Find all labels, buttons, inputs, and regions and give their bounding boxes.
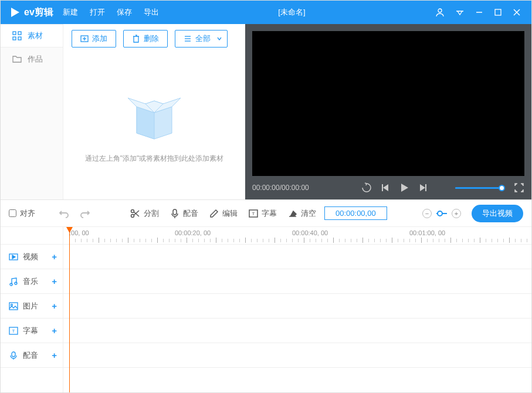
folder-icon [12, 55, 22, 64]
app-logo: ev剪辑 [1, 6, 63, 19]
menu-save[interactable]: 保存 [117, 7, 132, 18]
svg-text:T: T [12, 328, 15, 334]
chevron-down-icon [216, 36, 222, 42]
timeline-ruler[interactable]: :00, 0000:00:20, 0000:00:40, 0000:01:00,… [63, 227, 531, 245]
maximize-button[interactable] [494, 8, 502, 16]
svg-marker-21 [383, 184, 388, 191]
volume-slider[interactable] [455, 187, 502, 189]
empty-box-illustration [119, 83, 189, 142]
redo-button[interactable] [77, 206, 93, 221]
menu-export[interactable]: 导出 [144, 7, 159, 18]
track-music[interactable]: 音乐 + [1, 269, 63, 294]
zoom-controls: − + [422, 209, 461, 218]
add-button[interactable]: 添加 [72, 30, 116, 48]
svg-point-34 [438, 211, 442, 216]
add-video-track[interactable]: + [52, 252, 57, 262]
svg-rect-25 [425, 184, 426, 191]
filter-all-dropdown[interactable]: 全部 [175, 30, 228, 48]
svg-rect-7 [18, 32, 21, 35]
svg-rect-9 [18, 37, 21, 40]
svg-marker-36 [12, 255, 15, 259]
edit-toolbar: 对齐 分割 配音 编辑 T字幕 清空 00:00:00,00 − + 导出视频 [1, 200, 531, 227]
track-image[interactable]: 图片 + [1, 294, 63, 319]
zoom-out-button[interactable]: − [422, 209, 432, 218]
grid-icon [12, 31, 22, 40]
svg-rect-8 [13, 37, 16, 40]
svg-rect-39 [9, 303, 18, 310]
main-menu: 新建 打开 保存 导出 [63, 7, 159, 18]
track-subtitle[interactable]: T字幕 + [1, 319, 63, 343]
titlebar: ev剪辑 新建 打开 保存 导出 [未命名] [1, 1, 531, 24]
edit-button[interactable]: 编辑 [206, 206, 240, 221]
play-logo-icon [10, 7, 21, 18]
close-button[interactable] [513, 8, 521, 16]
voice-button[interactable]: 配音 [167, 206, 201, 221]
minimize-button[interactable] [475, 8, 483, 16]
preview-video-area[interactable] [252, 31, 524, 176]
svg-rect-30 [173, 209, 177, 215]
sidebar-tab-material[interactable]: 素材 [1, 24, 63, 48]
add-music-track[interactable]: + [52, 276, 57, 286]
svg-rect-3 [495, 9, 501, 15]
undo-button[interactable] [56, 206, 72, 221]
preview-time: 00:00:00/00:00:00 [252, 184, 309, 192]
menu-open[interactable]: 打开 [90, 7, 105, 18]
play-button[interactable] [399, 182, 409, 193]
document-title: [未命名] [159, 7, 425, 18]
svg-point-38 [15, 282, 17, 284]
svg-marker-0 [11, 8, 19, 17]
track-area[interactable]: :00, 0000:00:20, 0000:00:40, 0000:01:00,… [63, 227, 531, 393]
export-video-button[interactable]: 导出视频 [472, 205, 523, 222]
svg-marker-23 [401, 184, 408, 192]
zoom-slider-icon[interactable] [436, 210, 447, 217]
svg-rect-43 [12, 352, 15, 357]
svg-text:T: T [252, 211, 255, 216]
zoom-in-button[interactable]: + [452, 209, 461, 218]
svg-point-1 [438, 9, 442, 12]
sidebar-tab-works[interactable]: 作品 [1, 48, 63, 71]
timecode-display[interactable]: 00:00:00,00 [324, 206, 387, 220]
clear-button[interactable]: 清空 [285, 206, 318, 221]
user-icon[interactable] [435, 8, 445, 17]
pin-icon[interactable] [455, 8, 465, 17]
material-panel: 添加 删除 全部 通过左上角"添加"或 [63, 24, 245, 199]
playhead[interactable] [69, 227, 70, 393]
svg-rect-22 [382, 184, 383, 191]
timeline: 视频 + 音乐 + 图片 + T字幕 + 配音 + :00, 0000:00:2… [1, 227, 531, 393]
svg-point-37 [10, 283, 12, 286]
align-checkbox[interactable]: 对齐 [9, 208, 35, 219]
preview-panel: 00:00:00/00:00:00 [245, 24, 531, 199]
add-image-track[interactable]: + [52, 301, 57, 311]
next-button[interactable] [418, 182, 428, 193]
sidebar: 素材 作品 [1, 24, 63, 199]
svg-point-40 [11, 304, 13, 306]
track-video[interactable]: 视频 + [1, 245, 63, 269]
menu-new[interactable]: 新建 [63, 7, 78, 18]
empty-hint: 通过左上角"添加"或将素材拖到此处添加素材 [85, 154, 224, 164]
app-name: 剪辑 [35, 6, 53, 19]
add-subtitle-track[interactable]: + [52, 326, 57, 336]
prev-button[interactable] [380, 182, 391, 193]
svg-marker-24 [420, 184, 425, 191]
delete-button[interactable]: 删除 [123, 30, 168, 48]
add-voice-track[interactable]: + [52, 350, 57, 360]
svg-rect-6 [13, 32, 16, 35]
track-voice[interactable]: 配音 + [1, 343, 63, 368]
fullscreen-icon[interactable] [514, 182, 524, 193]
split-button[interactable]: 分割 [128, 206, 161, 221]
loop-icon[interactable] [361, 182, 372, 193]
subtitle-button[interactable]: T字幕 [246, 206, 279, 221]
